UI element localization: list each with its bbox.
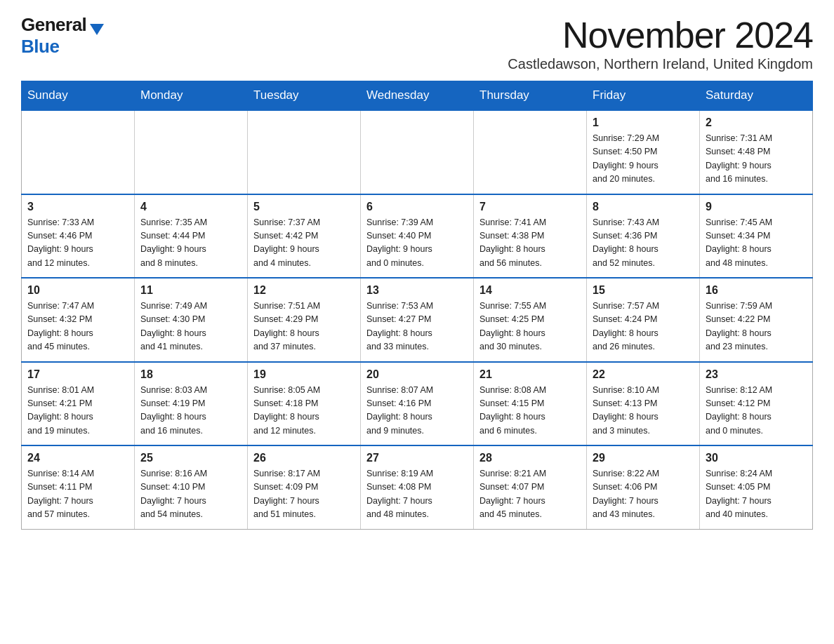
day-number: 5 — [253, 201, 355, 213]
calendar-cell: 6Sunrise: 7:39 AMSunset: 4:40 PMDaylight… — [361, 194, 474, 279]
day-info: Sunrise: 8:07 AMSunset: 4:16 PMDaylight:… — [366, 384, 468, 438]
calendar-cell — [361, 110, 474, 194]
day-info: Sunrise: 8:08 AMSunset: 4:15 PMDaylight:… — [479, 384, 581, 438]
calendar-cell: 16Sunrise: 7:59 AMSunset: 4:22 PMDayligh… — [700, 278, 813, 362]
day-number: 8 — [593, 201, 694, 213]
day-number: 12 — [253, 284, 355, 297]
calendar-header-saturday: Saturday — [700, 81, 813, 111]
day-info: Sunrise: 7:55 AMSunset: 4:25 PMDaylight:… — [479, 300, 581, 354]
day-info: Sunrise: 8:03 AMSunset: 4:19 PMDaylight:… — [140, 384, 241, 438]
day-number: 20 — [366, 368, 468, 381]
calendar-cell: 29Sunrise: 8:22 AMSunset: 4:06 PMDayligh… — [587, 445, 700, 529]
day-info: Sunrise: 8:24 AMSunset: 4:05 PMDaylight:… — [706, 467, 807, 522]
day-info: Sunrise: 7:33 AMSunset: 4:46 PMDaylight:… — [27, 216, 128, 271]
day-info: Sunrise: 7:51 AMSunset: 4:29 PMDaylight:… — [253, 300, 355, 354]
calendar-header-tuesday: Tuesday — [248, 81, 361, 111]
day-info: Sunrise: 7:47 AMSunset: 4:32 PMDaylight:… — [27, 300, 128, 354]
calendar-header-sunday: Sunday — [22, 81, 135, 111]
day-number: 14 — [479, 284, 581, 297]
calendar-cell: 25Sunrise: 8:16 AMSunset: 4:10 PMDayligh… — [135, 445, 248, 529]
calendar-header-monday: Monday — [135, 81, 248, 111]
day-number: 10 — [27, 284, 128, 297]
day-info: Sunrise: 8:19 AMSunset: 4:08 PMDaylight:… — [366, 467, 468, 522]
calendar-cell: 22Sunrise: 8:10 AMSunset: 4:13 PMDayligh… — [587, 362, 700, 446]
calendar-week-row: 1Sunrise: 7:29 AMSunset: 4:50 PMDaylight… — [22, 110, 813, 194]
month-title: November 2024 — [508, 14, 813, 56]
day-number: 22 — [593, 368, 694, 381]
calendar-header-friday: Friday — [587, 81, 700, 111]
day-info: Sunrise: 8:17 AMSunset: 4:09 PMDaylight:… — [253, 467, 355, 522]
day-info: Sunrise: 7:31 AMSunset: 4:48 PMDaylight:… — [706, 132, 807, 187]
day-number: 28 — [479, 452, 581, 464]
calendar-cell: 8Sunrise: 7:43 AMSunset: 4:36 PMDaylight… — [587, 194, 700, 279]
calendar-cell: 12Sunrise: 7:51 AMSunset: 4:29 PMDayligh… — [248, 278, 361, 362]
day-info: Sunrise: 8:05 AMSunset: 4:18 PMDaylight:… — [253, 384, 355, 438]
calendar-header-thursday: Thursday — [474, 81, 587, 111]
day-number: 15 — [593, 284, 694, 297]
day-info: Sunrise: 7:29 AMSunset: 4:50 PMDaylight:… — [593, 132, 694, 187]
day-info: Sunrise: 7:45 AMSunset: 4:34 PMDaylight:… — [706, 216, 807, 271]
calendar-cell: 26Sunrise: 8:17 AMSunset: 4:09 PMDayligh… — [248, 445, 361, 529]
calendar-header-wednesday: Wednesday — [361, 81, 474, 111]
calendar-cell: 10Sunrise: 7:47 AMSunset: 4:32 PMDayligh… — [22, 278, 135, 362]
day-number: 25 — [140, 452, 241, 464]
logo-general-text: General — [21, 14, 86, 36]
day-number: 16 — [706, 284, 807, 297]
calendar-cell: 28Sunrise: 8:21 AMSunset: 4:07 PMDayligh… — [474, 445, 587, 529]
calendar-cell: 20Sunrise: 8:07 AMSunset: 4:16 PMDayligh… — [361, 362, 474, 446]
day-info: Sunrise: 7:41 AMSunset: 4:38 PMDaylight:… — [479, 216, 581, 271]
calendar-cell: 24Sunrise: 8:14 AMSunset: 4:11 PMDayligh… — [22, 445, 135, 529]
day-number: 19 — [253, 368, 355, 381]
calendar-cell: 13Sunrise: 7:53 AMSunset: 4:27 PMDayligh… — [361, 278, 474, 362]
day-number: 30 — [706, 452, 807, 464]
logo-triangle-icon — [90, 24, 104, 35]
calendar-cell: 23Sunrise: 8:12 AMSunset: 4:12 PMDayligh… — [700, 362, 813, 446]
day-number: 3 — [27, 201, 128, 213]
calendar-table: SundayMondayTuesdayWednesdayThursdayFrid… — [21, 81, 813, 530]
calendar-week-row: 17Sunrise: 8:01 AMSunset: 4:21 PMDayligh… — [22, 362, 813, 446]
calendar-cell: 4Sunrise: 7:35 AMSunset: 4:44 PMDaylight… — [135, 194, 248, 279]
day-number: 9 — [706, 201, 807, 213]
location-subtitle: Castledawson, Northern Ireland, United K… — [508, 56, 813, 72]
day-number: 1 — [593, 116, 694, 129]
calendar-cell — [474, 110, 587, 194]
day-info: Sunrise: 7:57 AMSunset: 4:24 PMDaylight:… — [593, 300, 694, 354]
day-number: 4 — [140, 201, 241, 213]
day-info: Sunrise: 8:01 AMSunset: 4:21 PMDaylight:… — [27, 384, 128, 438]
day-info: Sunrise: 8:14 AMSunset: 4:11 PMDaylight:… — [27, 467, 128, 522]
day-info: Sunrise: 8:12 AMSunset: 4:12 PMDaylight:… — [706, 384, 807, 438]
calendar-week-row: 3Sunrise: 7:33 AMSunset: 4:46 PMDaylight… — [22, 194, 813, 279]
day-info: Sunrise: 7:49 AMSunset: 4:30 PMDaylight:… — [140, 300, 241, 354]
calendar-cell: 1Sunrise: 7:29 AMSunset: 4:50 PMDaylight… — [587, 110, 700, 194]
day-info: Sunrise: 8:22 AMSunset: 4:06 PMDaylight:… — [593, 467, 694, 522]
day-number: 11 — [140, 284, 241, 297]
day-info: Sunrise: 7:59 AMSunset: 4:22 PMDaylight:… — [706, 300, 807, 354]
calendar-cell: 17Sunrise: 8:01 AMSunset: 4:21 PMDayligh… — [22, 362, 135, 446]
calendar-cell — [248, 110, 361, 194]
day-number: 18 — [140, 368, 241, 381]
day-info: Sunrise: 8:10 AMSunset: 4:13 PMDaylight:… — [593, 384, 694, 438]
calendar-cell: 7Sunrise: 7:41 AMSunset: 4:38 PMDaylight… — [474, 194, 587, 279]
calendar-cell: 15Sunrise: 7:57 AMSunset: 4:24 PMDayligh… — [587, 278, 700, 362]
day-info: Sunrise: 7:37 AMSunset: 4:42 PMDaylight:… — [253, 216, 355, 271]
calendar-cell — [22, 110, 135, 194]
calendar-cell: 30Sunrise: 8:24 AMSunset: 4:05 PMDayligh… — [700, 445, 813, 529]
calendar-cell: 19Sunrise: 8:05 AMSunset: 4:18 PMDayligh… — [248, 362, 361, 446]
calendar-cell: 14Sunrise: 7:55 AMSunset: 4:25 PMDayligh… — [474, 278, 587, 362]
day-number: 24 — [27, 452, 128, 464]
day-number: 27 — [366, 452, 468, 464]
calendar-cell: 21Sunrise: 8:08 AMSunset: 4:15 PMDayligh… — [474, 362, 587, 446]
calendar-week-row: 10Sunrise: 7:47 AMSunset: 4:32 PMDayligh… — [22, 278, 813, 362]
day-number: 29 — [593, 452, 694, 464]
calendar-cell: 3Sunrise: 7:33 AMSunset: 4:46 PMDaylight… — [22, 194, 135, 279]
calendar-cell: 2Sunrise: 7:31 AMSunset: 4:48 PMDaylight… — [700, 110, 813, 194]
day-number: 2 — [706, 116, 807, 129]
calendar-cell: 27Sunrise: 8:19 AMSunset: 4:08 PMDayligh… — [361, 445, 474, 529]
day-info: Sunrise: 8:21 AMSunset: 4:07 PMDaylight:… — [479, 467, 581, 522]
calendar-week-row: 24Sunrise: 8:14 AMSunset: 4:11 PMDayligh… — [22, 445, 813, 529]
day-info: Sunrise: 7:39 AMSunset: 4:40 PMDaylight:… — [366, 216, 468, 271]
calendar-cell: 9Sunrise: 7:45 AMSunset: 4:34 PMDaylight… — [700, 194, 813, 279]
day-number: 17 — [27, 368, 128, 381]
calendar-header-row: SundayMondayTuesdayWednesdayThursdayFrid… — [22, 81, 813, 111]
day-number: 26 — [253, 452, 355, 464]
